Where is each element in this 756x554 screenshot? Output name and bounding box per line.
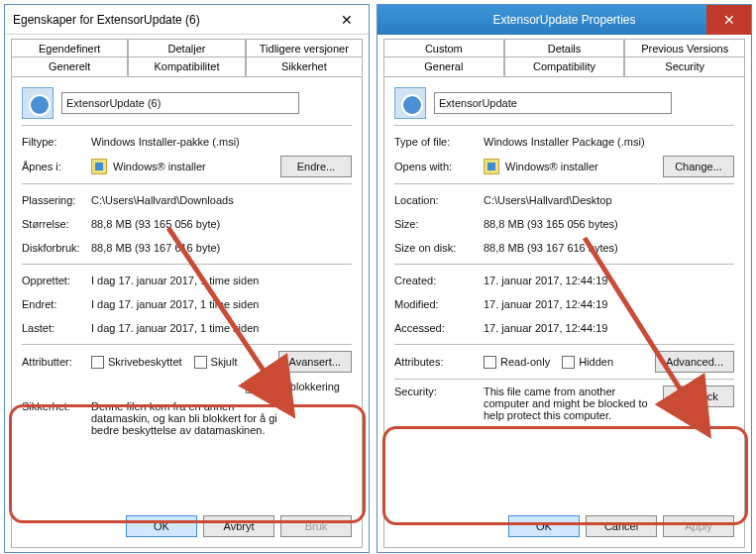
properties-window-left: Egenskaper for ExtensorUpdate (6) ✕ Egen… bbox=[4, 4, 370, 553]
ok-button[interactable]: OK bbox=[126, 515, 197, 537]
tab-custom[interactable]: Custom bbox=[383, 39, 504, 57]
checkbox-readonly[interactable]: Skrivebeskyttet bbox=[91, 356, 182, 369]
label-filetype: Filtype: bbox=[22, 136, 91, 148]
tab-general[interactable]: Generelt bbox=[11, 56, 128, 76]
general-pane: ExtensorUpdate Type of file:Windows Inst… bbox=[383, 76, 745, 548]
filename-input[interactable]: ExtensorUpdate (6) bbox=[61, 92, 299, 114]
label-location: Plassering: bbox=[22, 194, 91, 206]
value-disk: 88,8 MB (93 167 616 bytes) bbox=[484, 242, 734, 254]
tab-security[interactable]: Security bbox=[624, 56, 745, 76]
value-filetype: Windows Installer-pakke (.msi) bbox=[91, 136, 352, 148]
label-modified: Modified: bbox=[394, 298, 484, 310]
ok-button[interactable]: OK bbox=[508, 515, 580, 537]
label-created: Created: bbox=[394, 275, 484, 286]
checkbox-hidden[interactable]: Skjult bbox=[194, 356, 238, 369]
value-disk: 88,8 MB (93 167 616 byte) bbox=[91, 242, 352, 254]
tab-previous[interactable]: Previous Versions bbox=[624, 39, 745, 57]
label-security: Security: bbox=[394, 386, 484, 397]
value-filetype: Windows Installer Package (.msi) bbox=[484, 136, 734, 148]
label-location: Location: bbox=[394, 194, 484, 206]
value-opens: Windows® installer bbox=[505, 161, 663, 172]
label-accessed: Lastet: bbox=[22, 322, 91, 334]
label-size: Size: bbox=[394, 218, 484, 230]
label-disk: Size on disk: bbox=[394, 242, 484, 254]
installer-icon bbox=[91, 159, 107, 174]
label-size: Størrelse: bbox=[22, 218, 91, 230]
filename-value: ExtensorUpdate (6) bbox=[66, 97, 161, 109]
cancel-button[interactable]: Cancel bbox=[586, 515, 657, 537]
close-button[interactable]: ✕ bbox=[324, 5, 369, 35]
value-accessed: 17. januar 2017, 12:44:19 bbox=[484, 322, 734, 334]
close-button[interactable]: ✕ bbox=[706, 5, 751, 35]
value-size: 88,8 MB (93 165 056 bytes) bbox=[484, 218, 734, 230]
titlebar[interactable]: Egenskaper for ExtensorUpdate (6) ✕ bbox=[5, 5, 369, 35]
value-location: C:\Users\Hallvard\Downloads bbox=[91, 194, 352, 206]
titlebar[interactable]: ExtensorUpdate Properties ✕ bbox=[378, 5, 751, 35]
label-opens: Åpnes i: bbox=[22, 161, 91, 172]
checkbox-readonly[interactable]: Read-only bbox=[484, 356, 550, 369]
properties-window-right: ExtensorUpdate Properties ✕ Custom Detai… bbox=[377, 4, 752, 553]
label-attributes: Attributter: bbox=[22, 356, 91, 368]
tabs-row1: Egendefinert Detaljer Tidligere versjone… bbox=[11, 39, 363, 57]
tab-compat[interactable]: Kompatibilitet bbox=[128, 56, 245, 76]
value-modified: I dag 17. januar 2017, 1 time siden bbox=[91, 298, 352, 310]
value-opens: Windows® installer bbox=[113, 161, 280, 172]
general-pane: ExtensorUpdate (6) Filtype:Windows Insta… bbox=[11, 76, 363, 548]
change-button[interactable]: Change... bbox=[663, 156, 734, 177]
apply-button[interactable]: Bruk bbox=[280, 515, 352, 537]
checkbox-hidden-label: Skjult bbox=[211, 356, 238, 368]
value-modified: 17. januar 2017, 12:44:19 bbox=[484, 298, 734, 310]
checkbox-unblock-label: Fjern blokkering bbox=[263, 381, 340, 392]
filename-value: ExtensorUpdate bbox=[439, 97, 517, 109]
window-title: Egenskaper for ExtensorUpdate (6) bbox=[13, 13, 200, 27]
value-location: C:\Users\Hallvard\Desktop bbox=[484, 194, 734, 206]
tab-details[interactable]: Detaljer bbox=[128, 39, 245, 57]
tabs-row2: Generelt Kompatibilitet Sikkerhet bbox=[11, 56, 363, 76]
tab-previous[interactable]: Tidligere versjoner bbox=[246, 39, 363, 57]
checkbox-readonly-label: Skrivebeskyttet bbox=[108, 356, 182, 368]
label-security: Sikkerhet: bbox=[22, 400, 91, 412]
label-filetype: Type of file: bbox=[394, 136, 484, 148]
tab-general[interactable]: General bbox=[383, 56, 504, 76]
checkbox-unblock[interactable]: Fjern blokkering bbox=[246, 381, 340, 393]
tab-details[interactable]: Details bbox=[504, 39, 625, 57]
tab-compat[interactable]: Compatibility bbox=[504, 56, 625, 76]
filename-input[interactable]: ExtensorUpdate bbox=[434, 92, 672, 114]
window-title: ExtensorUpdate Properties bbox=[492, 13, 635, 27]
label-disk: Diskforbruk: bbox=[22, 242, 91, 254]
file-icon bbox=[22, 87, 54, 119]
checkbox-readonly-label: Read-only bbox=[500, 356, 550, 368]
value-size: 88,8 MB (93 165 056 byte) bbox=[91, 218, 352, 230]
tabs-row2: General Compatibility Security bbox=[383, 56, 745, 76]
advanced-button[interactable]: Advanced... bbox=[655, 351, 734, 373]
label-attributes: Attributes: bbox=[394, 356, 484, 368]
file-icon bbox=[394, 87, 426, 119]
value-security: Denne filen kom fra en annen datamaskin,… bbox=[91, 400, 279, 436]
label-accessed: Accessed: bbox=[394, 322, 484, 334]
label-created: Opprettet: bbox=[22, 275, 91, 286]
change-button[interactable]: Endre... bbox=[280, 156, 352, 177]
checkbox-hidden[interactable]: Hidden bbox=[562, 356, 613, 369]
value-created: I dag 17. januar 2017, 1 time siden bbox=[91, 275, 352, 286]
value-security: This file came from another computer and… bbox=[484, 386, 662, 421]
tab-security[interactable]: Sikkerhet bbox=[246, 56, 363, 76]
value-created: 17. januar 2017, 12:44:19 bbox=[484, 275, 734, 286]
checkbox-hidden-label: Hidden bbox=[579, 356, 613, 368]
apply-button[interactable]: Apply bbox=[663, 515, 734, 537]
cancel-button[interactable]: Avbryt bbox=[203, 515, 274, 537]
tab-custom[interactable]: Egendefinert bbox=[11, 39, 128, 57]
installer-icon bbox=[484, 159, 499, 174]
value-accessed: I dag 17. januar 2017, 1 time siden bbox=[91, 322, 352, 334]
advanced-button[interactable]: Avansert... bbox=[278, 351, 352, 373]
label-modified: Endret: bbox=[22, 298, 91, 310]
tabs-row1: Custom Details Previous Versions bbox=[383, 39, 745, 57]
unblock-button[interactable]: Unblock bbox=[663, 386, 734, 407]
label-opens: Opens with: bbox=[394, 161, 484, 172]
